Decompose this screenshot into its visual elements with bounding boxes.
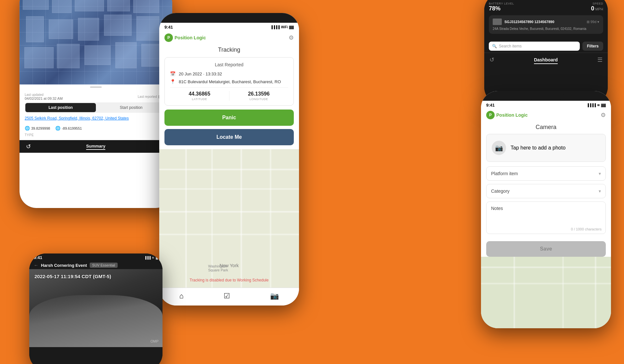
menu-icon-dash[interactable]: ☰ [597,56,603,63]
dashcam-status-icons: ▐▐▐ ≋ ▓ [144,256,158,259]
search-icon: 🔍 [492,44,497,48]
category-chevron-icon: ▾ [599,188,601,194]
last-reported-section: Last Reported 📅 20 Jun 2022 · 13:33:32 📍… [164,57,294,106]
event-badge: SUV Essential [90,263,118,268]
search-row: 🔍 Search items Filters [484,40,608,53]
hand-overlay [29,295,162,347]
dashcam-watermark: OMP [150,339,159,343]
battery-icon-4: ▓▓ [601,103,606,107]
battery-label: BATTERY LEVEL [489,2,514,5]
scroll-indicator [20,84,172,90]
filters-button[interactable]: Filters [582,42,603,51]
camera-photo-area[interactable]: 📷 Tap here to add a photo [486,134,606,162]
dashcam-timestamp: 2022-05-17 11:19:54 CDT (GMT-5) [34,274,111,279]
position-tabs: Last position Start position [25,102,167,113]
save-button[interactable]: Save [486,241,606,257]
notes-section: Notes 0 / 1000 characters [486,202,606,234]
back-button[interactable]: ← [34,263,38,268]
category-label: Category [491,188,510,194]
camera-header: P Position Logic ⚙ [481,108,611,123]
latitude-label: LATITUDE [170,98,229,101]
vehicle-id: SGJ31234567890 1234567890 [504,20,587,24]
camera-settings-button[interactable]: ⚙ [601,111,606,119]
signal-icon-4: ▐▐▐▐ [587,103,596,107]
notes-count: 0 / 1000 characters [571,227,602,231]
settings-button[interactable]: ⚙ [289,34,294,41]
signal-icon-5: ▐▐▐ [144,256,150,259]
coords-row: 🌐 39.8299998 🌐 -89.6199551 [25,126,167,131]
camera-pl-text: Position Logic [496,112,527,118]
camera-nav-icon[interactable]: 📷 [270,292,279,300]
park-label: WashingtonSquare Park [208,264,228,272]
refresh-icon-dash[interactable]: ↺ [489,56,494,63]
platform-item-chevron-icon: ▾ [599,171,601,176]
platform-item-dropdown[interactable]: Platform item ▾ [486,166,606,181]
aerial-map [20,0,172,84]
longitude-value: -89.6199551 [62,126,82,130]
signal-icon: ▐▐▐▐ [270,25,280,29]
tap-photo-text: Tap here to add a photo [511,145,566,151]
longitude-label: LONGITUDE [229,98,289,101]
search-placeholder: Search items [499,44,522,48]
pl-logo-icon: P [164,33,173,42]
tracking-bottom-nav: ⌂ ☑ 📷 [159,288,299,306]
notes-label: Notes [491,206,601,211]
locate-button[interactable]: Locate Me [164,129,294,145]
dashcam-video: 2022-05-17 11:19:54 CDT (GMT-5) OMP [29,269,162,347]
latitude-display: 44.36865 [170,91,229,97]
summary-bottom-bar: ↺ Summary ☰ [20,140,172,153]
platform-item-label: Platform item [491,171,518,176]
address-link[interactable]: 2505 Selkirk Road, Springfield, Illinois… [25,116,129,121]
last-updated-label: Last updated [25,93,63,97]
tracking-title: Tracking [159,45,299,57]
camera-icon: 📷 [492,141,506,155]
home-nav-icon[interactable]: ⌂ [179,292,184,300]
calendar-icon: 📅 [170,71,176,76]
summary-content: Last updated 04/02/2021 at 09:32 AM Last… [20,90,172,140]
tab-start-position[interactable]: Start position [96,103,166,112]
camera-bottom-map [481,257,611,328]
speed-value: 0 [591,5,594,12]
vehicle-thumbnail [493,19,502,25]
battery-icon-5: ▓ [156,256,158,259]
phone-dashcam: 9:41 ▐▐▐ ≋ ▓ ← Harsh Cornering Event SUV… [29,254,162,364]
pl-logo: P Position Logic [164,33,206,42]
battery-value: 78% [489,5,514,12]
last-reported-title: Last Reported [170,62,288,67]
phone-tracking: 9:41 ▐▐▐▐ WiFi ▓▓ P Position Logic ⚙ Tra… [159,13,299,306]
summary-label[interactable]: Summary [86,144,105,150]
tracking-disabled-message: Tracking is disabled due to Working Sche… [159,278,299,282]
tracking-map: New York WashingtonSquare Park Tracking … [159,149,299,288]
phone-summary: Last updated 04/02/2021 at 09:32 AM Last… [20,0,172,208]
category-dropdown[interactable]: Category ▾ [486,184,606,198]
longitude-display: 26.13596 [229,91,289,97]
tracking-header: P Position Logic ⚙ [159,30,299,45]
speed-unit: MPH [595,7,603,11]
globe-icon-2: 🌐 [55,126,60,131]
datetime-value: 20 Jun 2022 · 13:33:32 [179,72,222,76]
vehicle-address: 24A Strada Delea Veche, Bucuresti, Bucur… [493,27,599,31]
phone-camera: 9:41 ▐▐▐▐ ≋ ▓▓ P Position Logic ⚙ Camera… [481,91,611,328]
globe-icon: 🌐 [25,126,30,131]
camera-title: Camera [481,123,611,134]
dashboard-bottom-bar: ↺ Dashboard ☰ [484,53,608,67]
panic-button[interactable]: Panic [164,110,294,126]
last-reported-label: Last reported [138,95,157,98]
search-box[interactable]: 🔍 Search items [489,42,580,51]
checklist-nav-icon[interactable]: ☑ [224,292,230,300]
wifi-icon: WiFi [281,25,288,29]
dashboard-label[interactable]: Dashboard [534,57,558,64]
camera-status-bar: 9:41 ▐▐▐▐ ≋ ▓▓ [481,101,611,108]
event-title: Harsh Cornering Event [41,263,87,268]
location-pin-icon: 📍 [170,79,176,84]
wifi-icon-5: ≋ [152,256,154,259]
status-time: 9:41 [164,25,173,30]
chevron-down-icon: ▾ [597,20,599,24]
camera-pl-logo: P Position Logic [486,111,527,119]
type-label: TYPE [25,133,167,137]
refresh-icon[interactable]: ↺ [26,143,31,150]
vehicle-card[interactable]: SGJ31234567890 1234567890 ⊞ 99d ▾ 24A St… [489,15,603,34]
speed-label: SPEED [591,2,603,5]
tab-last-position[interactable]: Last position [25,103,96,112]
pl-logo-text: Position Logic [175,35,206,40]
